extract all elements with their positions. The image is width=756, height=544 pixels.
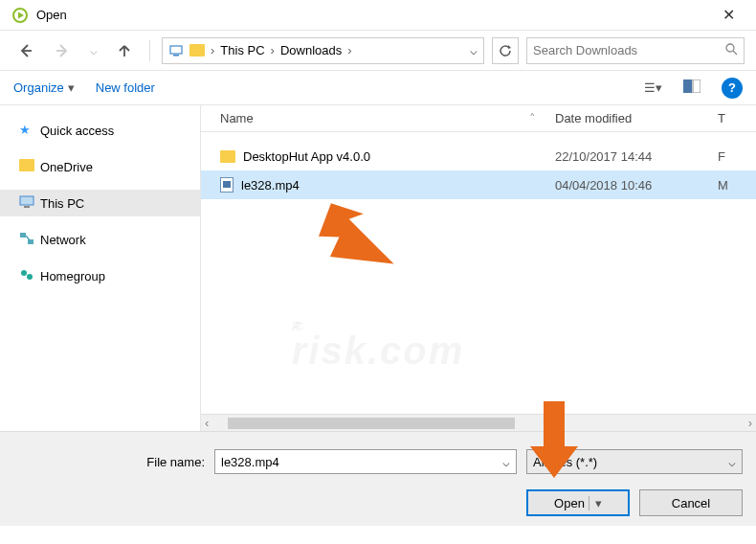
svg-rect-9 (683, 79, 692, 93)
new-folder-button[interactable]: New folder (96, 80, 155, 95)
column-header-name[interactable]: Name˄ (201, 111, 555, 125)
column-header-date[interactable]: Date modified (555, 111, 718, 125)
svg-point-16 (21, 270, 27, 276)
chevron-down-icon: ▾ (68, 80, 75, 95)
breadcrumb-item[interactable]: Downloads (280, 43, 342, 57)
svg-line-8 (733, 51, 737, 55)
svg-rect-10 (693, 79, 700, 93)
sidebar-item-quick-access[interactable]: ★Quick access (0, 117, 200, 144)
chevron-right-icon: › (347, 43, 351, 57)
svg-rect-11 (20, 196, 33, 205)
window-title: Open (36, 8, 713, 22)
svg-rect-5 (173, 55, 179, 57)
svg-rect-4 (170, 46, 182, 54)
breadcrumb[interactable]: › This PC › Downloads › ⌵ (162, 37, 484, 64)
close-button[interactable]: ✕ (713, 2, 745, 28)
breadcrumb-item[interactable]: This PC (220, 43, 264, 57)
open-button[interactable]: Open ▾ (526, 489, 630, 516)
scrollbar-thumb[interactable] (228, 418, 515, 429)
help-button[interactable]: ? (722, 78, 743, 99)
svg-point-17 (27, 274, 33, 280)
folder-icon (189, 43, 205, 58)
svg-rect-13 (20, 233, 26, 238)
app-icon (11, 7, 29, 24)
scroll-right-icon[interactable]: › (748, 416, 752, 430)
homegroup-icon (19, 268, 34, 283)
chevron-down-icon[interactable]: ⌵ (502, 455, 510, 469)
view-list-icon[interactable]: ☰▾ (644, 80, 662, 95)
column-header-type[interactable]: T (718, 111, 756, 125)
star-icon: ★ (19, 123, 34, 138)
filename-label: File name: (13, 455, 205, 469)
horizontal-scrollbar[interactable]: ‹› (201, 414, 756, 431)
search-icon (725, 43, 738, 58)
organize-button[interactable]: Organize ▾ (13, 80, 75, 95)
svg-point-7 (726, 44, 734, 52)
cancel-button[interactable]: Cancel (639, 489, 743, 516)
scroll-left-icon[interactable]: ‹ (205, 416, 209, 430)
sidebar-item-homegroup[interactable]: Homegroup (0, 262, 200, 289)
back-button[interactable] (11, 38, 40, 63)
folder-icon (220, 150, 235, 163)
file-row[interactable]: le328.mp4 04/04/2018 10:46 M (201, 170, 756, 199)
chevron-down-icon[interactable]: ▾ (589, 496, 602, 510)
svg-marker-1 (18, 11, 24, 18)
sidebar-item-this-pc[interactable]: This PC (0, 190, 200, 216)
recent-dropdown[interactable]: ⌵ (84, 39, 103, 61)
up-button[interactable] (111, 39, 138, 62)
refresh-button[interactable] (492, 37, 519, 64)
network-icon (19, 232, 34, 247)
sidebar-item-onedrive[interactable]: OneDrive (0, 153, 200, 180)
forward-button[interactable] (48, 38, 77, 63)
sort-indicator-icon: ˄ (529, 111, 536, 125)
file-type-filter[interactable]: All files (*.*)⌵ (526, 449, 743, 474)
search-input[interactable] (526, 37, 745, 64)
svg-rect-12 (24, 206, 30, 208)
svg-marker-6 (508, 45, 511, 49)
sidebar: ★Quick access OneDrive This PC Network H… (0, 105, 201, 431)
chevron-down-icon: ⌵ (728, 455, 736, 469)
video-file-icon (220, 177, 233, 193)
sidebar-item-network[interactable]: Network (0, 226, 200, 253)
chevron-right-icon: › (271, 43, 275, 57)
file-row[interactable]: DesktopHut App v4.0.0 22/10/2017 14:44 F (201, 142, 756, 170)
view-preview-icon[interactable] (683, 79, 700, 96)
chevron-right-icon: › (211, 43, 214, 57)
pc-icon (168, 43, 184, 58)
svg-rect-14 (28, 239, 33, 244)
chevron-down-icon[interactable]: ⌵ (470, 43, 478, 57)
folder-icon (19, 159, 34, 174)
pc-icon (19, 195, 34, 211)
filename-input[interactable]: ⌵ (214, 449, 517, 474)
